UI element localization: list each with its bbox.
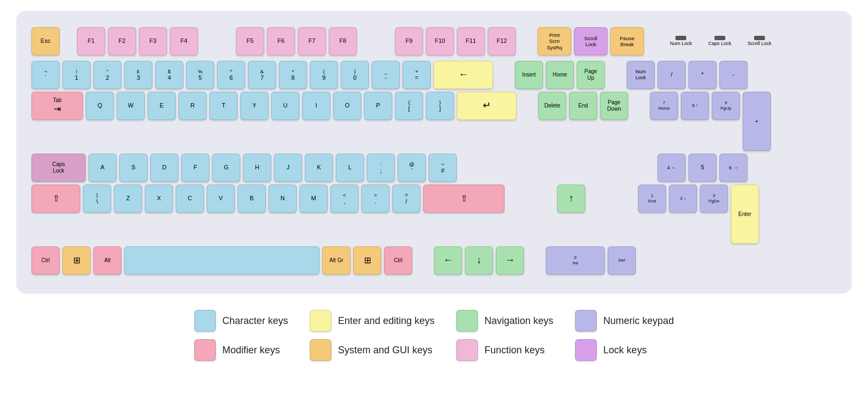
key-insert[interactable]: Insert — [515, 61, 543, 89]
key-hash[interactable]: ~# — [429, 154, 457, 182]
key-num-slash[interactable]: / — [658, 61, 686, 89]
key-c[interactable]: C — [176, 185, 204, 213]
key-num-minus[interactable]: - — [719, 61, 748, 89]
key-b[interactable]: B — [238, 185, 266, 213]
key-t[interactable]: T — [209, 92, 238, 120]
key-scroll-lock[interactable]: ScrollLock — [574, 27, 608, 55]
key-z[interactable]: Z — [114, 185, 142, 213]
key-y[interactable]: Y — [240, 92, 269, 120]
key-f2[interactable]: F2 — [108, 27, 136, 55]
key-i[interactable]: I — [302, 92, 330, 120]
key-enter[interactable]: ↵ — [457, 92, 516, 120]
key-s[interactable]: S — [119, 154, 148, 182]
key-close-bracket[interactable]: }] — [426, 92, 454, 120]
key-f7[interactable]: F7 — [298, 27, 326, 55]
key-super-right[interactable]: ⊞ — [353, 246, 381, 275]
key-o[interactable]: O — [333, 92, 361, 120]
key-f12[interactable]: F12 — [488, 27, 516, 55]
key-f6[interactable]: F6 — [267, 27, 295, 55]
key-page-up[interactable]: PageUp — [577, 61, 605, 89]
key-equals[interactable]: += — [403, 61, 431, 89]
key-alt-gr[interactable]: Alt Gr — [322, 246, 350, 275]
key-end[interactable]: End — [569, 92, 597, 120]
key-slash[interactable]: ?/ — [392, 185, 420, 213]
key-d[interactable]: D — [150, 154, 178, 182]
key-m[interactable]: M — [299, 185, 328, 213]
key-f11[interactable]: F11 — [457, 27, 485, 55]
key-r[interactable]: R — [178, 92, 207, 120]
key-arrow-right[interactable]: → — [496, 246, 524, 275]
key-num-1[interactable]: 1End — [638, 185, 666, 213]
key-5[interactable]: %5 — [186, 61, 214, 89]
key-period[interactable]: >. — [361, 185, 390, 213]
key-num-2[interactable]: 2 ↓ — [669, 185, 697, 213]
key-f4[interactable]: F4 — [170, 27, 198, 55]
key-f3[interactable]: F3 — [139, 27, 167, 55]
key-backtick[interactable]: ¬` — [31, 61, 60, 89]
key-super-left[interactable]: ⊞ — [62, 246, 91, 275]
key-space[interactable] — [124, 246, 320, 275]
key-n[interactable]: N — [269, 185, 297, 213]
key-f[interactable]: F — [181, 154, 209, 182]
key-4[interactable]: $4 — [155, 61, 183, 89]
key-num-7[interactable]: 7Home — [650, 92, 678, 120]
key-f10[interactable]: F10 — [426, 27, 454, 55]
key-l[interactable]: L — [336, 154, 364, 182]
key-a[interactable]: A — [88, 154, 117, 182]
key-shift-left[interactable]: ⇧ — [31, 185, 80, 213]
key-tab[interactable]: Tab⇥ — [31, 92, 83, 120]
key-3[interactable]: £3 — [124, 61, 152, 89]
key-8[interactable]: *8 — [279, 61, 307, 89]
key-arrow-left[interactable]: ← — [434, 246, 462, 275]
key-num-star[interactable]: * — [688, 61, 717, 89]
key-page-down[interactable]: PageDown — [600, 92, 628, 120]
key-j[interactable]: J — [274, 154, 302, 182]
key-arrow-down[interactable]: ↓ — [465, 246, 493, 275]
key-backspace[interactable]: ← — [433, 61, 493, 89]
key-f5[interactable]: F5 — [236, 27, 264, 55]
key-arrow-up[interactable]: ↑ — [557, 185, 585, 213]
key-w[interactable]: W — [117, 92, 145, 120]
key-u[interactable]: U — [271, 92, 299, 120]
key-ctrl-right[interactable]: Ctrl — [384, 246, 412, 275]
key-f1[interactable]: F1 — [77, 27, 105, 55]
key-1[interactable]: !1 — [62, 61, 91, 89]
key-k[interactable]: K — [305, 154, 333, 182]
key-minus[interactable]: _- — [372, 61, 400, 89]
key-f9[interactable]: F9 — [395, 27, 423, 55]
key-open-bracket[interactable]: {[ — [395, 92, 423, 120]
key-semicolon[interactable]: :; — [367, 154, 395, 182]
key-num-dot[interactable]: Del — [608, 246, 636, 275]
key-q[interactable]: Q — [86, 92, 114, 120]
key-pause-break[interactable]: PauseBreak — [610, 27, 644, 55]
key-6[interactable]: ^6 — [217, 61, 245, 89]
key-ctrl-left[interactable]: Ctrl — [31, 246, 60, 275]
key-x[interactable]: X — [145, 185, 173, 213]
key-7[interactable]: &7 — [248, 61, 276, 89]
key-num-3[interactable]: 3PgDn — [700, 185, 728, 213]
key-caps-lock[interactable]: CapsLock — [31, 154, 86, 182]
key-num-6[interactable]: 6 → — [719, 154, 748, 182]
key-h[interactable]: H — [243, 154, 271, 182]
key-num-8[interactable]: 8 ↑ — [681, 92, 709, 120]
key-home[interactable]: Home — [546, 61, 574, 89]
key-p[interactable]: P — [364, 92, 392, 120]
key-num-enter[interactable]: Enter — [731, 185, 759, 244]
key-alt-left[interactable]: Alt — [93, 246, 122, 275]
key-esc[interactable]: Esc — [31, 27, 60, 55]
key-num-plus[interactable]: + — [743, 92, 771, 151]
key-num-5[interactable]: 5 — [688, 154, 717, 182]
key-num-0[interactable]: 0Ins — [546, 246, 605, 275]
key-v[interactable]: V — [207, 185, 235, 213]
key-comma[interactable]: <, — [330, 185, 359, 213]
key-backslash[interactable]: |\ — [83, 185, 111, 213]
key-num-9[interactable]: 9PgUp — [712, 92, 740, 120]
key-quote[interactable]: @' — [398, 154, 426, 182]
key-shift-right[interactable]: ⇧ — [423, 185, 505, 213]
key-9[interactable]: (9 — [310, 61, 338, 89]
key-delete[interactable]: Delete — [538, 92, 566, 120]
key-num-4[interactable]: 4 ← — [658, 154, 686, 182]
key-f8[interactable]: F8 — [329, 27, 357, 55]
key-0[interactable]: )0 — [341, 61, 369, 89]
key-g[interactable]: G — [212, 154, 240, 182]
